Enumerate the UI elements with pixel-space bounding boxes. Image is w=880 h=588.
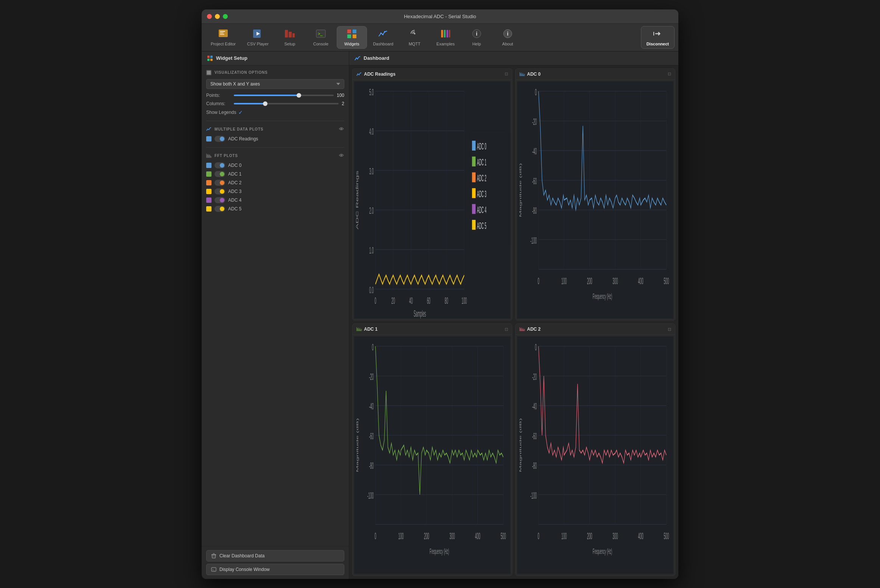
toolbar-console[interactable]: >_ Console <box>306 26 336 48</box>
multiple-plots-visibility-icon[interactable]: 👁 <box>339 126 344 132</box>
adc-readings-chart-icon <box>356 72 362 76</box>
svg-text:300: 300 <box>613 531 618 541</box>
toolbar-about[interactable]: i About <box>493 26 523 48</box>
chart-adc-readings: ADC Readings ⊡ <box>352 68 512 321</box>
adc1-svg: 0 -20 -40 -60 -80 -100 0 100 200 <box>354 336 510 574</box>
adc0-label: ADC 0 <box>228 163 241 168</box>
svg-text:Frequency (Hz): Frequency (Hz) <box>429 547 449 556</box>
svg-rect-29 <box>210 56 213 58</box>
svg-text:4.0: 4.0 <box>369 126 374 137</box>
adc-readings-toggle[interactable] <box>215 136 225 142</box>
titlebar: Hexadecimal ADC - Serial Studio <box>202 9 678 24</box>
console-display-icon: >_ <box>211 567 216 572</box>
clear-dashboard-button[interactable]: Clear Dashboard Data <box>206 550 344 562</box>
adc2-expand-icon[interactable]: ⊡ <box>668 327 671 332</box>
examples-label: Examples <box>437 42 455 46</box>
widget-setup-icon <box>207 55 213 61</box>
points-slider[interactable] <box>234 95 334 96</box>
svg-text:80: 80 <box>445 296 448 306</box>
adc3-toggle[interactable] <box>215 188 225 194</box>
svg-rect-13 <box>347 34 351 38</box>
svg-text:0: 0 <box>535 342 537 352</box>
visualization-section-title: VISUALIZATION OPTIONS <box>206 70 344 75</box>
csv-player-icon <box>252 29 263 40</box>
disconnect-button[interactable]: Disconnect <box>641 26 675 49</box>
svg-point-17 <box>384 31 386 33</box>
toolbar-widgets[interactable]: Widgets <box>337 26 367 49</box>
toolbar-setup[interactable]: Setup <box>275 26 305 48</box>
svg-text:i: i <box>507 31 508 37</box>
adc0-color <box>206 163 211 168</box>
svg-rect-91 <box>517 81 673 319</box>
svg-text:1.0: 1.0 <box>369 245 374 255</box>
svg-text:>_: >_ <box>212 569 215 571</box>
points-label: Points: <box>206 93 231 98</box>
svg-text:0: 0 <box>538 531 540 541</box>
adc2-toggle[interactable] <box>215 180 225 186</box>
svg-text:500: 500 <box>501 531 506 541</box>
toolbar-help[interactable]: i Help <box>462 26 492 48</box>
fft-plots-visibility-icon[interactable]: 👁 <box>339 153 344 159</box>
svg-rect-28 <box>207 56 210 58</box>
chart-adc-readings-body: 5.0 4.0 3.0 2.0 1.0 0.0 0 20 <box>353 80 512 320</box>
dashboard-icon <box>378 29 389 40</box>
svg-rect-2 <box>220 33 224 33</box>
svg-text:0: 0 <box>375 296 376 306</box>
toolbar: Project Editor CSV Player Setup >_ Conso… <box>202 24 678 51</box>
display-console-label: Display Console Window <box>219 567 270 572</box>
svg-text:ADC 4: ADC 4 <box>477 205 487 215</box>
dashboard-label: Dashboard <box>373 42 393 46</box>
show-legends-row: Show Legends ✓ <box>206 109 344 115</box>
adc1-expand-icon[interactable]: ⊡ <box>505 327 508 332</box>
adc2-label: ADC 2 <box>228 180 241 185</box>
axes-dropdown[interactable]: Show both X and Y axes Show X axis only … <box>206 79 344 89</box>
disconnect-label: Disconnect <box>647 42 669 46</box>
toolbar-csv-player[interactable]: CSV Player <box>242 26 274 48</box>
chart-adc0-title: ADC 0 <box>519 72 541 77</box>
adc-readings-expand-icon[interactable]: ⊡ <box>505 72 508 76</box>
adc0-chart-icon <box>519 72 525 76</box>
toolbar-dashboard[interactable]: Dashboard <box>368 26 399 48</box>
setup-icon <box>285 29 295 40</box>
chart-adc-readings-header: ADC Readings ⊡ <box>353 69 512 80</box>
svg-text:400: 400 <box>638 276 644 286</box>
toolbar-examples[interactable]: Examples <box>431 26 461 48</box>
adc0-expand-icon[interactable]: ⊡ <box>668 72 671 76</box>
toolbar-project-editor[interactable]: Project Editor <box>205 26 241 48</box>
svg-text:500: 500 <box>664 276 669 286</box>
show-legends-check[interactable]: ✓ <box>238 109 243 115</box>
adc1-toggle[interactable] <box>215 171 225 177</box>
svg-text:ADC Readings: ADC Readings <box>356 170 359 229</box>
adc4-toggle[interactable] <box>215 197 225 203</box>
svg-rect-74 <box>472 156 476 166</box>
chart-adc1: ADC 1 ⊡ <box>352 324 512 576</box>
svg-text:-100: -100 <box>530 235 537 246</box>
svg-text:Magnitude (dB): Magnitude (dB) <box>356 418 359 472</box>
minimize-button[interactable] <box>215 14 220 19</box>
svg-text:0: 0 <box>375 531 376 541</box>
svg-rect-3 <box>220 34 224 35</box>
columns-slider[interactable] <box>234 103 339 104</box>
svg-text:-60: -60 <box>532 431 536 442</box>
svg-text:3.0: 3.0 <box>369 166 374 176</box>
svg-text:200: 200 <box>587 531 592 541</box>
fft-item-adc1: ADC 1 <box>206 171 344 177</box>
fft-item-adc2: ADC 2 <box>206 180 344 186</box>
svg-text:0: 0 <box>372 342 374 352</box>
svg-text:ADC 5: ADC 5 <box>477 221 487 231</box>
svg-text:-40: -40 <box>532 401 536 412</box>
dashboard: Dashboard ADC Readings ⊡ <box>349 51 678 579</box>
adc5-toggle[interactable] <box>215 206 225 212</box>
toolbar-mqtt[interactable]: MQTT <box>400 26 430 48</box>
close-button[interactable] <box>207 14 212 19</box>
svg-rect-11 <box>347 30 351 33</box>
svg-rect-72 <box>472 140 476 150</box>
disconnect-icon <box>652 29 663 40</box>
svg-text:-100: -100 <box>367 490 374 501</box>
fft-item-adc3: ADC 3 <box>206 188 344 194</box>
maximize-button[interactable] <box>223 14 228 19</box>
adc4-color <box>206 198 211 203</box>
svg-text:-100: -100 <box>530 490 537 501</box>
adc0-toggle[interactable] <box>215 162 225 168</box>
display-console-button[interactable]: >_ Display Console Window <box>206 564 344 575</box>
